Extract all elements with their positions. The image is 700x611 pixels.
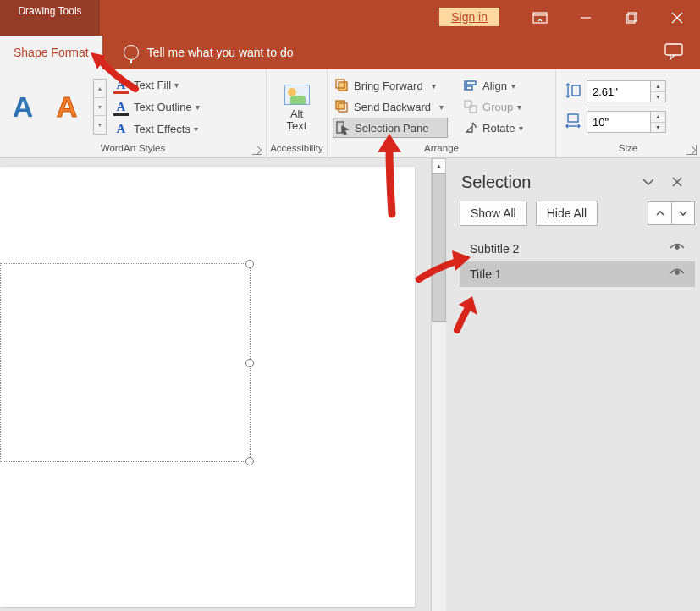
send-backward-label: Send Backward bbox=[354, 101, 431, 113]
canvas-vertical-scrollbar[interactable]: ▲ bbox=[431, 158, 446, 611]
bring-forward-dropdown[interactable]: ▾ bbox=[427, 75, 440, 96]
svg-marker-19 bbox=[466, 126, 472, 132]
bring-forward-icon bbox=[334, 78, 350, 93]
text-outline-icon: A bbox=[113, 100, 129, 114]
selection-item-subtitle[interactable]: Subtitle 2 bbox=[460, 236, 695, 261]
svg-rect-10 bbox=[336, 101, 344, 109]
width-spin-up[interactable]: ▲ bbox=[651, 112, 665, 123]
slide-canvas[interactable] bbox=[0, 158, 431, 611]
svg-rect-18 bbox=[470, 106, 477, 113]
selection-pane-title: Selection bbox=[461, 173, 531, 192]
move-up-button[interactable] bbox=[648, 201, 671, 225]
visibility-toggle-icon[interactable] bbox=[670, 267, 685, 282]
svg-rect-8 bbox=[339, 82, 347, 91]
wordart-gallery-down[interactable]: ▾ bbox=[94, 98, 106, 117]
alt-text-label: Alt Text bbox=[273, 108, 320, 132]
svg-rect-21 bbox=[572, 85, 580, 96]
svg-rect-16 bbox=[466, 86, 472, 90]
selection-item-label: Subtitle 2 bbox=[470, 242, 519, 256]
hide-all-button[interactable]: Hide All bbox=[536, 201, 598, 226]
tell-me-input[interactable]: Tell me what you want to do bbox=[147, 46, 294, 59]
selection-pane-collapse-button[interactable] bbox=[636, 172, 661, 192]
svg-point-27 bbox=[675, 271, 679, 274]
wordart-dialog-launcher[interactable] bbox=[252, 145, 262, 155]
alt-text-icon bbox=[284, 85, 310, 105]
ribbon-display-options-button[interactable] bbox=[517, 0, 563, 36]
shape-height-input[interactable] bbox=[587, 80, 651, 102]
selection-pane-button[interactable]: Selection Pane bbox=[333, 118, 448, 138]
selection-pane-icon bbox=[335, 120, 350, 135]
group-icon bbox=[463, 99, 478, 114]
slide[interactable] bbox=[0, 167, 415, 607]
align-button[interactable]: Align ▾ bbox=[461, 75, 526, 96]
chevron-down-icon[interactable]: ▾ bbox=[194, 124, 198, 134]
height-spin-down[interactable]: ▼ bbox=[651, 92, 665, 102]
align-label: Align bbox=[482, 80, 507, 92]
chevron-down-icon: ▾ bbox=[517, 102, 521, 112]
svg-rect-17 bbox=[465, 101, 471, 107]
text-outline-button[interactable]: A Text Outline ▾ bbox=[112, 96, 201, 117]
minimize-button[interactable] bbox=[563, 0, 609, 36]
drawing-tools-context-tab: Drawing Tools bbox=[0, 0, 100, 36]
group-label-wordart: WordArt Styles bbox=[0, 141, 266, 157]
height-spin-up[interactable]: ▲ bbox=[651, 81, 665, 92]
text-effects-button[interactable]: A Text Effects ▾ bbox=[112, 118, 201, 139]
chevron-down-icon[interactable]: ▾ bbox=[511, 81, 515, 91]
selection-list: Subtitle 2 Title 1 bbox=[460, 236, 695, 606]
move-down-button[interactable] bbox=[671, 201, 695, 225]
selection-pane-label: Selection Pane bbox=[355, 122, 428, 135]
show-all-label: Show All bbox=[471, 206, 516, 220]
tell-me-icon bbox=[124, 45, 139, 60]
wordart-gallery-spinner[interactable]: ▴ ▾ ▾ bbox=[93, 79, 107, 135]
tab-shape-format[interactable]: Shape Format bbox=[0, 36, 102, 69]
width-spin-down[interactable]: ▼ bbox=[651, 123, 665, 133]
group-label: Group bbox=[482, 101, 513, 113]
wordart-style-preview-2[interactable]: A bbox=[49, 91, 85, 124]
send-backward-button[interactable]: Send Backward bbox=[333, 96, 434, 117]
resize-handle-mr[interactable] bbox=[245, 359, 254, 367]
alt-text-button[interactable]: Alt Text bbox=[273, 81, 320, 132]
sign-in-button[interactable]: Sign in bbox=[438, 7, 500, 27]
close-button[interactable] bbox=[654, 0, 700, 36]
resize-handle-br[interactable] bbox=[245, 457, 254, 465]
width-icon bbox=[565, 113, 581, 132]
chevron-down-icon[interactable]: ▾ bbox=[196, 102, 200, 112]
send-backward-dropdown[interactable]: ▾ bbox=[434, 96, 448, 117]
text-fill-icon: A bbox=[113, 78, 129, 92]
text-outline-label: Text Outline bbox=[134, 101, 192, 113]
text-fill-button[interactable]: A Text Fill ▾ bbox=[112, 74, 201, 95]
selection-pane-close-button[interactable] bbox=[664, 172, 690, 192]
text-fill-label: Text Fill bbox=[134, 79, 171, 91]
selected-title-placeholder[interactable] bbox=[0, 263, 251, 462]
selection-item-label: Title 1 bbox=[470, 267, 502, 281]
chevron-down-icon[interactable]: ▾ bbox=[519, 124, 523, 133]
selection-item-title[interactable]: Title 1 bbox=[460, 261, 695, 287]
scroll-up-button[interactable]: ▲ bbox=[432, 158, 446, 173]
wordart-gallery-more[interactable]: ▾ bbox=[94, 116, 106, 134]
shape-width-input[interactable] bbox=[587, 111, 651, 133]
restore-button[interactable] bbox=[609, 0, 654, 36]
chevron-down-icon[interactable]: ▾ bbox=[174, 80, 179, 90]
height-spinner[interactable]: ▲ ▼ bbox=[651, 80, 666, 102]
height-icon bbox=[565, 82, 581, 102]
width-spinner[interactable]: ▲ ▼ bbox=[651, 111, 666, 133]
group-button: Group ▾ bbox=[461, 96, 526, 117]
show-all-button[interactable]: Show All bbox=[460, 201, 527, 226]
svg-point-26 bbox=[675, 245, 679, 249]
size-dialog-launcher[interactable] bbox=[686, 145, 697, 155]
svg-rect-7 bbox=[665, 44, 682, 55]
group-label-accessibility: Accessibility bbox=[267, 141, 327, 157]
bring-forward-button[interactable]: Bring Forward bbox=[333, 75, 427, 96]
comments-button[interactable] bbox=[664, 43, 683, 63]
wordart-style-preview-1[interactable]: A bbox=[5, 91, 41, 124]
visibility-toggle-icon[interactable] bbox=[670, 242, 685, 256]
resize-handle-tr[interactable] bbox=[245, 260, 254, 268]
rotate-icon bbox=[463, 120, 478, 135]
drawing-tools-label: Drawing Tools bbox=[18, 5, 81, 17]
scroll-thumb[interactable] bbox=[432, 173, 446, 322]
wordart-gallery-up[interactable]: ▴ bbox=[94, 80, 106, 98]
selection-pane: Selection Show All Hide All bbox=[446, 158, 700, 611]
svg-rect-15 bbox=[466, 81, 476, 85]
text-effects-icon: A bbox=[113, 122, 129, 136]
rotate-button[interactable]: Rotate ▾ bbox=[461, 118, 526, 138]
